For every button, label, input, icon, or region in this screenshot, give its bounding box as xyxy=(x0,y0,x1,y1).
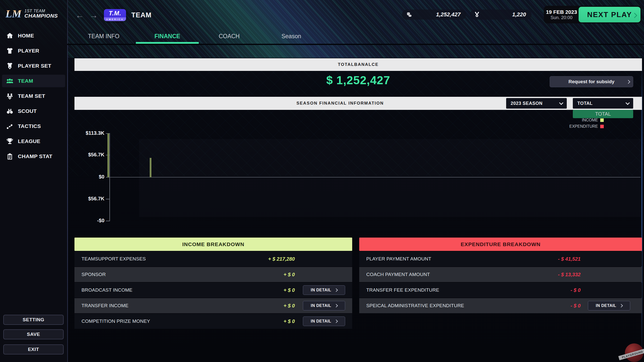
y-axis-tick xyxy=(106,199,110,199)
tab-coach[interactable]: COACH xyxy=(204,33,254,40)
row-value: + $ 217,280 xyxy=(257,256,295,262)
y-axis-tick-label: $56.7K xyxy=(77,196,104,202)
game-date: 19 FEB 2023 Sun. 20:00 xyxy=(544,6,579,23)
sidebar-item-league[interactable]: LEAGUE xyxy=(2,135,65,148)
money-value: 1,252,427 xyxy=(413,11,461,18)
forward-arrow-icon[interactable]: → xyxy=(89,10,98,20)
row-label: COACH PAYMENT AMOUNT xyxy=(359,272,543,277)
date-text: 19 FEB 2023 xyxy=(546,9,577,15)
table-row: COMPETITION PRIZE MONEY + $ 0 IN DETAIL xyxy=(74,314,352,329)
sidebar-item-tactics[interactable]: TACTICS xyxy=(2,120,65,132)
row-label: TEAMSUPPORT EXPENSES xyxy=(74,256,257,262)
row-value: - $ 0 xyxy=(543,303,581,309)
sidebar-item-player-set[interactable]: PLAYER SET xyxy=(2,60,65,72)
chevron-right-icon xyxy=(619,304,623,307)
setting-button[interactable]: SETTING xyxy=(3,315,64,325)
total-balance-header: TOTALBANALCE xyxy=(74,58,642,71)
sidebar-item-player[interactable]: PLAYER xyxy=(2,44,65,57)
tab-label: COACH xyxy=(219,33,239,39)
request-subsidy-label: Request for subsidy xyxy=(569,79,615,84)
chart-bar-2 xyxy=(150,158,151,177)
request-subsidy-button[interactable]: Request for subsidy xyxy=(550,76,633,87)
in-detail-button[interactable]: IN DETAIL xyxy=(303,316,345,326)
in-detail-label: IN DETAIL xyxy=(311,303,331,308)
playground-watermark: PLAYGROUND xyxy=(621,342,644,362)
season-dropdown[interactable]: 2023 SEASON xyxy=(506,98,567,109)
tab-finance[interactable]: FINANCE xyxy=(142,33,192,40)
income-color-swatch xyxy=(600,118,604,122)
filter-dropdown-value: TOTAL xyxy=(577,101,593,106)
table-row: TEAMSUPPORT EXPENSES + $ 217,280 xyxy=(74,251,352,266)
zero-baseline xyxy=(110,177,640,177)
expenditure-color-swatch xyxy=(600,125,604,128)
in-detail-button[interactable]: IN DETAIL xyxy=(303,301,345,310)
tactics-icon xyxy=(6,122,14,130)
in-detail-button[interactable]: IN DETAIL xyxy=(588,301,630,310)
chevron-right-icon xyxy=(626,80,630,84)
row-value: - $ 13,332 xyxy=(543,272,581,278)
in-detail-label: IN DETAIL xyxy=(311,319,331,324)
jersey-icon xyxy=(6,47,14,55)
back-arrow-icon[interactable]: ← xyxy=(75,10,84,20)
table-row: BROADCAST INCOME + $ 0 IN DETAIL xyxy=(74,283,352,298)
tab-label: Season xyxy=(281,33,301,39)
in-detail-button[interactable]: IN DETAIL xyxy=(303,285,345,295)
tab-team-info[interactable]: TEAM INFO xyxy=(78,33,129,40)
sidebar-item-label: TEAM SET xyxy=(18,93,45,99)
exit-button[interactable]: EXIT xyxy=(3,344,64,354)
sidebar-item-label: TEAM xyxy=(18,78,33,84)
exit-button-label: EXIT xyxy=(28,347,39,352)
money-currency-pill[interactable]: 1,252,427 xyxy=(402,10,466,20)
row-value: + $ 0 xyxy=(257,319,295,324)
table-row: TRANSFER INCOME + $ 0 IN DETAIL xyxy=(74,298,352,313)
medal-value: 1,220 xyxy=(480,11,526,18)
time-text: Sun. 20:00 xyxy=(550,15,572,21)
table-row: SPONSOR + $ 0 xyxy=(74,267,352,282)
sidebar-item-home[interactable]: HOME xyxy=(2,29,65,42)
row-label: TRANSFER FEE EXPENDITURE xyxy=(359,287,543,293)
y-axis-tick xyxy=(106,221,110,221)
row-value: + $ 0 xyxy=(257,303,295,309)
app-logo: LM 1ST TEAM CHAMPIONS xyxy=(6,9,58,19)
sidebar-item-label: HOME xyxy=(18,33,34,39)
team-icon xyxy=(6,77,14,85)
chevron-right-icon xyxy=(334,304,338,307)
logo-monogram: LM xyxy=(6,9,21,19)
active-tab-underline xyxy=(136,42,199,44)
row-label: BROADCAST INCOME xyxy=(74,287,257,293)
chart-bar-1 xyxy=(107,133,109,177)
sidebar-item-team-set[interactable]: TEAM SET xyxy=(2,90,65,102)
tab-season[interactable]: Season xyxy=(266,33,316,40)
sidebar-divider xyxy=(67,0,68,362)
sidebar-item-scout[interactable]: SCOUT xyxy=(2,105,65,117)
medal-currency-pill[interactable]: 1,220 xyxy=(470,10,532,20)
sidebar-item-label: PLAYER xyxy=(18,48,39,54)
row-value: + $ 0 xyxy=(257,287,295,293)
tab-label: TEAM INFO xyxy=(88,33,119,39)
chevron-down-icon xyxy=(559,101,564,105)
next-play-button[interactable]: NEXT PLAY xyxy=(579,7,640,22)
sidebar-item-champ-stat[interactable]: CHAMP STAT xyxy=(2,150,65,163)
team-gear-icon xyxy=(6,92,14,100)
sidebar-item-label: TACTICS xyxy=(18,123,41,129)
save-button[interactable]: SAVE xyxy=(3,329,64,339)
team-badge-abbr: T.M. xyxy=(104,9,126,17)
sidebar-item-team[interactable]: TEAM xyxy=(2,75,65,87)
expenditure-breakdown-table: EXPENDITURE BREAKDOWN PLAYER PAYMENT AMO… xyxy=(359,238,642,314)
y-axis-tick-label: $56.7K xyxy=(77,152,104,158)
binoculars-icon xyxy=(6,107,14,115)
filter-dropdown-option-total[interactable]: TOTAL xyxy=(573,110,633,118)
legend-expenditure-label: EXPENDITURE xyxy=(569,124,598,129)
medal-icon xyxy=(474,11,480,18)
income-breakdown-table: INCOME BREAKDOWN TEAMSUPPORT EXPENSES + … xyxy=(74,238,352,329)
legend-income-label: INCOME xyxy=(582,118,598,122)
logo-line2: CHAMPIONS xyxy=(24,13,58,19)
chevron-right-icon xyxy=(632,13,637,18)
chevron-right-icon xyxy=(334,288,338,292)
sidebar-item-label: SCOUT xyxy=(18,108,37,114)
team-badge: T.M. AMERICA xyxy=(104,9,126,21)
coins-icon xyxy=(406,11,413,18)
income-header-label: INCOME BREAKDOWN xyxy=(182,241,245,247)
filter-dropdown[interactable]: TOTAL xyxy=(573,98,633,109)
row-label: SPONSOR xyxy=(74,272,257,277)
